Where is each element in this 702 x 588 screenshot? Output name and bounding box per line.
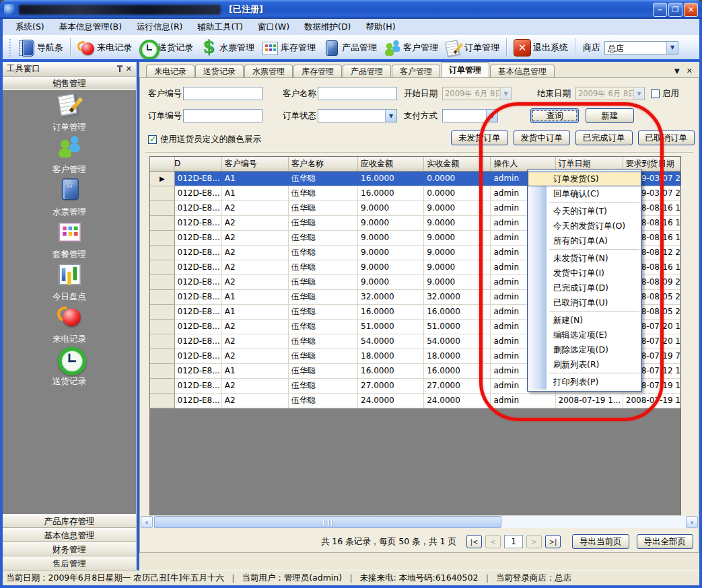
toolbar-order-scroll-button[interactable]: 订单管理 — [442, 38, 503, 58]
context-menu-item[interactable]: 今天的订单(T) — [528, 204, 641, 219]
tab-基本信息管理[interactable]: 基本信息管理 — [490, 65, 555, 77]
sidebar-group-button[interactable]: 财务管理 — [3, 542, 136, 556]
new-button[interactable]: 新建 — [586, 108, 634, 123]
context-menu-item[interactable]: 发货中订单(I) — [528, 266, 641, 281]
toolbar-grip[interactable] — [8, 39, 11, 57]
sidebar-group-button[interactable]: 售后管理 — [3, 556, 136, 571]
toolbar-blue-book-button[interactable]: 产品管理 — [319, 38, 380, 58]
customer-name-input[interactable] — [318, 87, 397, 100]
menubar-item[interactable]: 窗口(W) — [250, 20, 297, 35]
sidebar-item-delivery-clock[interactable]: 送货记录 — [3, 354, 136, 396]
row-selector-cell[interactable] — [150, 334, 174, 348]
page-number-input[interactable]: 1 — [504, 535, 523, 548]
status-filter-button[interactable]: 发货中订单 — [514, 131, 571, 145]
toolbar-call-bell-button[interactable]: 来电记录 — [74, 38, 135, 58]
context-menu-item[interactable]: 所有的订单(A) — [528, 233, 641, 248]
column-header[interactable]: ID — [174, 157, 221, 171]
sidebar-group-button[interactable]: 基本信息管理 — [3, 528, 136, 542]
toolbar-customers-people-button[interactable]: 客户管理 — [380, 38, 442, 58]
column-header[interactable]: 操作人 — [491, 157, 555, 171]
first-page-button[interactable]: |< — [466, 535, 482, 548]
table-row[interactable]: 012D-E8...A2伍华聪24.000024.0000admin2008-0… — [150, 393, 680, 408]
end-date-picker[interactable]: 2009年 6月 8日▼ — [575, 87, 645, 100]
status-filter-button[interactable]: 已完成订单 — [575, 131, 633, 145]
menubar-item[interactable]: 数据维护(D) — [297, 20, 358, 35]
export-current-page-button[interactable]: 导出当前页 — [572, 534, 629, 549]
next-page-button[interactable]: > — [526, 535, 542, 548]
context-menu-item[interactable]: 打印列表(P) — [528, 375, 641, 390]
row-selector-cell[interactable] — [150, 363, 174, 378]
row-selector-cell[interactable] — [150, 186, 174, 200]
column-header[interactable]: 客户编号 — [221, 157, 288, 171]
context-menu-item[interactable]: 未发货订单(N) — [528, 251, 641, 266]
scroll-left-icon[interactable]: ‹ — [141, 516, 153, 528]
scrollbar-thumb[interactable] — [154, 516, 501, 528]
row-selector-cell[interactable] — [150, 393, 174, 408]
column-header[interactable]: 客户名称 — [288, 157, 357, 171]
row-selector-cell[interactable] — [150, 304, 174, 319]
context-menu-item[interactable]: 已取消订单(U) — [528, 295, 641, 310]
status-filter-button[interactable]: 已取消订单 — [638, 131, 695, 145]
row-selector-cell[interactable] — [150, 260, 174, 274]
minimize-button[interactable]: － — [653, 3, 667, 17]
tab-close-icon[interactable]: ✕ — [687, 67, 693, 75]
toolbar-delivery-clock-button[interactable]: 送货记录 — [135, 38, 197, 58]
context-menu-item[interactable]: 刷新列表(R) — [528, 357, 641, 372]
context-menu-item[interactable]: 今天的发货订单(O) — [528, 219, 641, 233]
row-selector-cell[interactable] — [150, 200, 174, 215]
color-display-checkbox[interactable] — [148, 135, 157, 144]
chevron-down-icon[interactable]: ▼ — [385, 110, 396, 122]
shop-combobox[interactable]: 总店▼ — [604, 41, 678, 54]
context-menu-item[interactable]: 回单确认(C) — [528, 186, 641, 201]
chevron-down-icon[interactable]: ▼ — [500, 87, 511, 100]
tab-来电记录[interactable]: 来电记录 — [146, 65, 195, 77]
context-menu-item[interactable]: 订单发货(S) — [528, 172, 641, 186]
order-code-input[interactable] — [183, 109, 262, 122]
export-all-pages-button[interactable]: 导出全部页 — [637, 534, 694, 549]
row-selector-cell[interactable] — [150, 348, 174, 363]
chevron-down-icon[interactable]: ▼ — [486, 110, 497, 122]
prev-page-button[interactable]: < — [485, 535, 501, 548]
last-page-button[interactable]: >| — [545, 535, 561, 548]
horizontal-scrollbar[interactable]: ‹ › — [141, 516, 698, 528]
tab-送货记录[interactable]: 送货记录 — [195, 65, 244, 77]
tab-list-dropdown-icon[interactable]: ▼ — [674, 67, 680, 75]
menubar-item[interactable]: 系统(S) — [8, 20, 52, 35]
tab-订单管理[interactable]: 订单管理 — [441, 62, 489, 77]
toolbar-exit-x-button[interactable]: 退出系统 — [510, 38, 571, 58]
column-header[interactable]: 订单日期 — [555, 157, 623, 171]
sidebar-group-sales[interactable]: 销售管理 — [3, 77, 136, 90]
chevron-down-icon[interactable]: ▼ — [633, 87, 644, 100]
close-button[interactable]: ✕ — [684, 3, 698, 17]
chevron-down-icon[interactable]: ▼ — [666, 42, 678, 54]
row-selector-cell[interactable] — [150, 230, 174, 245]
column-header[interactable]: 应收金额 — [358, 157, 424, 171]
menubar-item[interactable]: 辅助工具(T) — [190, 20, 250, 35]
column-header[interactable]: 要求到货日期 — [623, 157, 680, 171]
context-menu-item[interactable]: 新建(N) — [528, 313, 641, 328]
context-menu-item[interactable]: 删除选定项(D) — [528, 342, 641, 357]
row-selector-cell[interactable] — [150, 289, 174, 304]
row-selector-cell[interactable] — [150, 245, 174, 260]
pay-method-select[interactable]: ▼ — [442, 109, 498, 122]
menubar-item[interactable]: 运行信息(R) — [129, 20, 190, 35]
row-selector-cell[interactable] — [150, 215, 174, 230]
context-menu-item[interactable]: 编辑选定项(E) — [528, 328, 641, 342]
tool-window-close-icon[interactable]: ✕ — [126, 65, 132, 73]
sidebar-group-button[interactable]: 产品库存管理 — [3, 514, 136, 528]
scroll-right-icon[interactable]: › — [686, 516, 698, 528]
customer-code-input[interactable] — [183, 87, 262, 100]
column-header[interactable] — [150, 157, 174, 171]
toolbar-navbar-book-button[interactable]: 导航条 — [14, 38, 67, 58]
menubar-item[interactable]: 基本信息管理(B) — [52, 20, 129, 35]
enable-checkbox[interactable] — [651, 89, 660, 98]
row-selector-cell[interactable] — [150, 319, 174, 334]
row-selector-cell[interactable] — [150, 274, 174, 289]
pin-icon[interactable] — [116, 65, 123, 73]
order-status-select[interactable]: ▼ — [318, 109, 397, 122]
tab-产品管理[interactable]: 产品管理 — [343, 65, 391, 77]
status-filter-button[interactable]: 未发货订单 — [451, 131, 508, 145]
tab-库存管理[interactable]: 库存管理 — [293, 65, 342, 77]
query-button[interactable]: 查询 — [530, 108, 579, 123]
toolbar-dollar-button[interactable]: 水票管理 — [197, 38, 258, 58]
